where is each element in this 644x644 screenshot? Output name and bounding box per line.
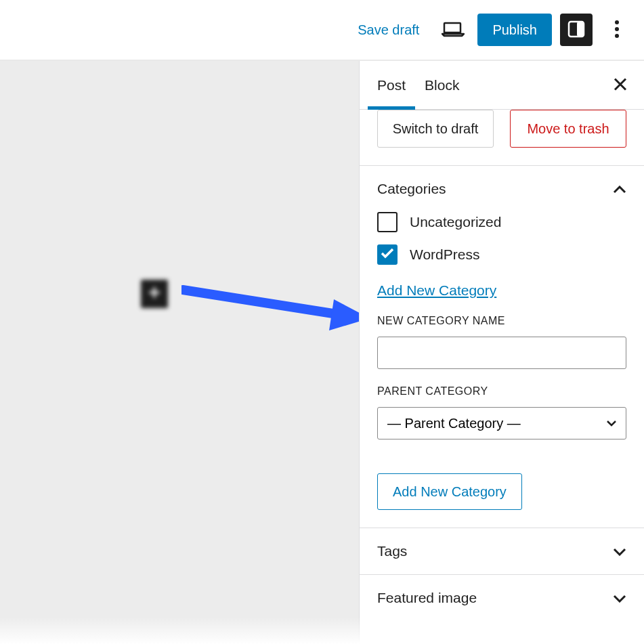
move-to-trash-button[interactable]: Move to trash	[510, 110, 626, 148]
category-item-wordpress[interactable]: WordPress	[377, 244, 626, 265]
svg-point-4	[615, 34, 619, 38]
panel-title: Tags	[377, 543, 407, 559]
settings-sidebar-toggle[interactable]	[560, 14, 593, 46]
editor-main: Post Block Switch to draft Move to trash…	[0, 60, 644, 644]
category-label: Uncategorized	[410, 214, 501, 230]
settings-sidebar: Post Block Switch to draft Move to trash…	[359, 61, 644, 644]
tags-panel-header[interactable]: Tags	[360, 528, 644, 574]
checkbox-checked[interactable]	[377, 244, 398, 265]
chevron-down-icon	[613, 543, 626, 559]
tags-panel: Tags	[360, 528, 644, 574]
kebab-icon	[615, 20, 619, 40]
save-draft-button[interactable]: Save draft	[348, 17, 429, 43]
parent-category-select[interactable]: — Parent Category —	[377, 407, 626, 439]
check-icon	[381, 248, 394, 261]
svg-rect-1	[577, 22, 584, 37]
category-label: WordPress	[410, 246, 479, 263]
add-new-category-button[interactable]: Add New Category	[377, 473, 522, 510]
field-label: PARENT CATEGORY	[377, 385, 626, 398]
new-category-name-input[interactable]	[377, 337, 626, 369]
publish-button[interactable]: Publish	[477, 14, 552, 46]
featured-image-panel: Featured image	[360, 574, 644, 621]
annotation-arrow-icon	[181, 257, 371, 332]
new-category-name-field: NEW CATEGORY NAME	[377, 315, 626, 369]
sidebar-scroll[interactable]: Switch to draft Move to trash Categories…	[360, 110, 644, 644]
category-item-uncategorized[interactable]: Uncategorized	[377, 212, 626, 232]
editor-canvas[interactable]	[0, 61, 359, 644]
chevron-down-icon	[613, 590, 626, 606]
editor-topbar: Save draft Publish	[0, 0, 644, 60]
parent-category-field: PARENT CATEGORY — Parent Category —	[377, 385, 626, 439]
categories-panel-header[interactable]: Categories	[360, 166, 644, 212]
chevron-up-icon	[613, 181, 626, 197]
add-block-button[interactable]	[141, 280, 168, 308]
laptop-icon	[442, 21, 465, 39]
svg-point-2	[615, 20, 619, 24]
tab-block[interactable]: Block	[415, 61, 469, 109]
svg-point-3	[615, 27, 619, 31]
categories-panel: Categories Uncategorized	[360, 165, 644, 528]
plus-icon	[148, 286, 161, 302]
close-sidebar-button[interactable]	[607, 71, 633, 99]
panel-title: Categories	[377, 181, 446, 197]
field-label: NEW CATEGORY NAME	[377, 315, 626, 327]
featured-image-panel-header[interactable]: Featured image	[360, 575, 644, 621]
tab-post[interactable]: Post	[368, 61, 415, 109]
post-actions: Switch to draft Move to trash	[360, 110, 644, 165]
sidebar-tabs: Post Block	[360, 61, 644, 110]
switch-to-draft-button[interactable]: Switch to draft	[377, 110, 494, 148]
panel-title: Featured image	[377, 590, 477, 606]
close-icon	[613, 83, 628, 93]
add-new-category-link[interactable]: Add New Category	[377, 282, 496, 299]
sidebar-panel-icon	[567, 20, 585, 40]
preview-button[interactable]	[437, 14, 469, 46]
category-list: Uncategorized WordPress	[377, 212, 626, 265]
checkbox[interactable]	[377, 212, 398, 232]
more-options-button[interactable]	[601, 14, 633, 46]
